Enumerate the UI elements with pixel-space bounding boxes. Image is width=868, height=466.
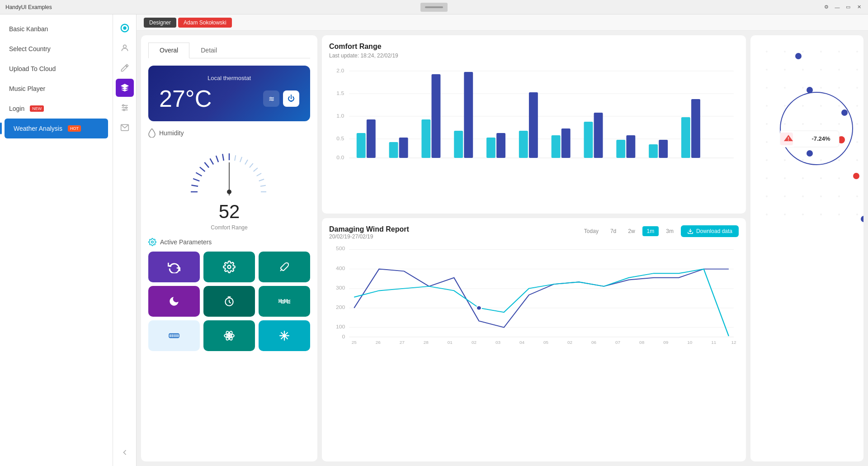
svg-rect-76: [454, 131, 463, 158]
svg-point-183: [784, 177, 786, 179]
sidebar-item-music-player[interactable]: Music Player: [0, 79, 113, 99]
svg-text:100: 100: [336, 324, 345, 329]
time-btn-today[interactable]: Today: [580, 226, 603, 236]
hot-badge: HOT: [68, 125, 81, 132]
param-btn-settings[interactable]: [203, 252, 255, 282]
sidebar-item-upload-to-cloud[interactable]: Upload To Cloud: [0, 59, 113, 79]
svg-line-26: [257, 173, 261, 176]
svg-text:-7.24%: -7.24%: [811, 135, 830, 142]
svg-line-31: [191, 185, 198, 186]
svg-rect-80: [519, 131, 528, 158]
svg-point-205: [853, 173, 859, 179]
svg-line-37: [216, 156, 218, 162]
svg-point-157: [856, 87, 858, 89]
icon-back[interactable]: [116, 443, 134, 461]
svg-point-9: [123, 109, 124, 110]
wind-card: Damaging Wind Report 20/02/19-27/02/19 T…: [322, 218, 746, 461]
power-button[interactable]: ⏻: [283, 90, 299, 107]
svg-point-204: [841, 109, 848, 116]
param-btn-atom[interactable]: [203, 320, 255, 351]
comfort-range-subtitle: Last update: 18:24, 22/02/19: [329, 52, 739, 59]
svg-point-201: [795, 53, 802, 59]
close-button[interactable]: ✕: [855, 4, 863, 11]
icon-layers[interactable]: [116, 79, 134, 97]
icon-home[interactable]: [116, 19, 134, 37]
wind-title-group: Damaging Wind Report 20/02/19-27/02/19: [329, 225, 409, 240]
svg-point-182: [766, 177, 768, 179]
svg-point-193: [856, 195, 858, 197]
sidebar-label: Select Country: [9, 45, 51, 52]
svg-point-197: [820, 214, 822, 215]
svg-point-190: [802, 195, 804, 197]
icon-person[interactable]: [116, 39, 134, 57]
sidebar-item-basic-kanban[interactable]: Basic Kanban: [0, 19, 113, 39]
icon-edit[interactable]: [116, 59, 134, 77]
svg-point-147: [784, 69, 786, 71]
humidity-label: Humidity: [159, 129, 184, 137]
sidebar-item-login[interactable]: Login NEW: [0, 99, 113, 119]
fan-button[interactable]: ≋: [263, 90, 279, 107]
time-btn-3m[interactable]: 3m: [661, 226, 678, 236]
download-button[interactable]: Download data: [681, 225, 739, 237]
svg-point-191: [820, 195, 822, 197]
svg-text:1.5: 1.5: [336, 91, 344, 96]
svg-rect-82: [552, 135, 561, 158]
svg-point-195: [784, 214, 786, 215]
sidebar-item-select-country[interactable]: Select Country: [0, 39, 113, 59]
svg-point-164: [766, 123, 768, 125]
param-btn-fan[interactable]: [148, 320, 200, 351]
svg-point-200: [780, 92, 853, 165]
svg-point-160: [802, 105, 804, 107]
wind-line-chart: 500 400 300 200 100 0: [329, 245, 739, 345]
svg-point-161: [820, 105, 822, 107]
svg-text:Tue: Tue: [374, 344, 382, 345]
top-bar: Designer Adam Sokołowski: [137, 14, 868, 31]
param-btn-refresh[interactable]: [148, 252, 200, 282]
param-btn-snowflake[interactable]: [259, 320, 310, 351]
svg-point-180: [838, 159, 840, 161]
svg-text:Mon: Mon: [685, 344, 694, 345]
svg-point-8: [125, 107, 127, 108]
sidebar-item-weather-analysis[interactable]: Weather Analysis HOT: [5, 119, 108, 138]
wind-header: Damaging Wind Report 20/02/19-27/02/19 T…: [329, 225, 739, 240]
param-btn-eyedropper[interactable]: [259, 252, 310, 282]
tab-overal[interactable]: Overal: [148, 43, 189, 58]
maximize-button[interactable]: ▭: [844, 4, 852, 11]
svg-point-177: [784, 159, 786, 161]
svg-text:300: 300: [336, 285, 345, 290]
settings-button[interactable]: ⚙: [823, 4, 830, 11]
svg-rect-77: [464, 72, 473, 158]
time-btn-7d[interactable]: 7d: [606, 226, 621, 236]
svg-text:Sun: Sun: [494, 344, 502, 345]
time-btn-1m[interactable]: 1m: [642, 226, 659, 236]
param-btn-waves[interactable]: [259, 286, 310, 317]
svg-point-2: [123, 26, 126, 29]
svg-text:Fri: Fri: [448, 344, 453, 345]
designer-tag: Designer: [144, 18, 176, 28]
minimize-button[interactable]: —: [834, 4, 841, 11]
param-btn-moon[interactable]: [148, 286, 200, 317]
param-btn-timer[interactable]: [203, 286, 255, 317]
tabs: Overal Detail: [148, 43, 310, 58]
icon-sliders[interactable]: [116, 99, 134, 117]
svg-point-156: [838, 87, 840, 89]
time-btn-2w[interactable]: 2w: [623, 226, 639, 236]
svg-point-168: [838, 123, 840, 125]
svg-rect-88: [649, 144, 658, 158]
comfort-range-title: Comfort Range: [329, 43, 739, 51]
svg-point-152: [766, 87, 768, 89]
svg-point-54: [228, 335, 230, 337]
app-title: HandyUI Examples: [5, 4, 52, 10]
svg-point-145: [856, 51, 858, 52]
svg-line-32: [193, 179, 199, 181]
svg-text:Mon: Mon: [518, 344, 526, 345]
icon-mail[interactable]: [116, 119, 134, 137]
tab-detail[interactable]: Detail: [189, 43, 228, 58]
svg-rect-84: [584, 122, 593, 158]
new-badge: NEW: [30, 105, 44, 112]
svg-rect-87: [626, 135, 635, 158]
svg-text:2.0: 2.0: [336, 68, 344, 73]
svg-point-198: [838, 214, 840, 215]
svg-text:Mon: Mon: [350, 344, 359, 345]
svg-text:Sat: Sat: [638, 344, 645, 345]
